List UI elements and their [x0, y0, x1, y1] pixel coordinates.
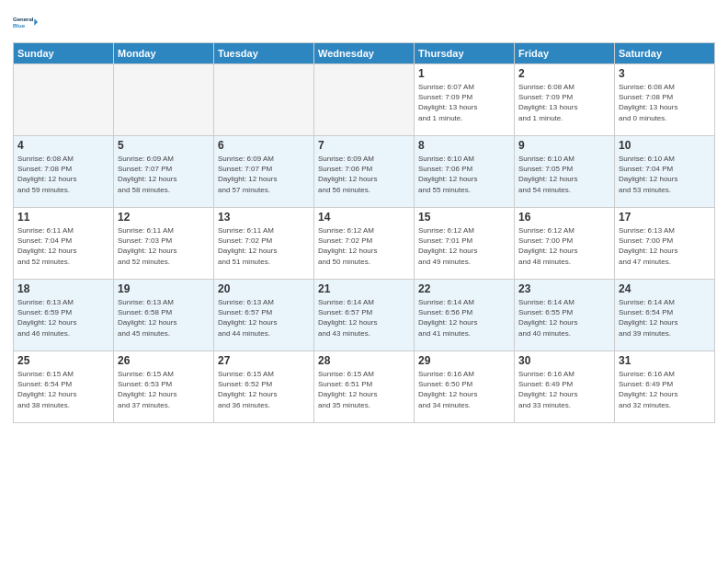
day-number: 17 — [619, 211, 711, 224]
calendar-cell: 23Sunrise: 6:14 AM Sunset: 6:55 PM Dayli… — [515, 280, 615, 351]
page: GeneralBlue SundayMondayTuesdayWednesday… — [0, 0, 728, 563]
calendar-header-saturday: Saturday — [615, 43, 715, 64]
day-info: Sunrise: 6:08 AM Sunset: 7:09 PM Dayligh… — [518, 82, 610, 123]
calendar-cell — [214, 64, 314, 136]
calendar-cell: 15Sunrise: 6:12 AM Sunset: 7:01 PM Dayli… — [415, 208, 515, 280]
calendar-cell: 26Sunrise: 6:15 AM Sunset: 6:53 PM Dayli… — [114, 351, 214, 423]
calendar-cell: 10Sunrise: 6:10 AM Sunset: 7:04 PM Dayli… — [615, 136, 715, 208]
day-number: 23 — [518, 282, 610, 295]
calendar-cell: 29Sunrise: 6:16 AM Sunset: 6:50 PM Dayli… — [415, 351, 515, 423]
day-info: Sunrise: 6:10 AM Sunset: 7:05 PM Dayligh… — [518, 154, 610, 195]
calendar-cell: 16Sunrise: 6:12 AM Sunset: 7:00 PM Dayli… — [515, 208, 615, 280]
calendar-cell: 17Sunrise: 6:13 AM Sunset: 7:00 PM Dayli… — [615, 208, 715, 280]
day-number: 31 — [619, 354, 711, 367]
day-info: Sunrise: 6:15 AM Sunset: 6:54 PM Dayligh… — [17, 369, 109, 410]
calendar-table: SundayMondayTuesdayWednesdayThursdayFrid… — [13, 42, 715, 423]
calendar-cell: 3Sunrise: 6:08 AM Sunset: 7:08 PM Daylig… — [615, 64, 715, 136]
calendar-cell: 20Sunrise: 6:13 AM Sunset: 6:57 PM Dayli… — [214, 280, 314, 351]
calendar-cell: 28Sunrise: 6:15 AM Sunset: 6:51 PM Dayli… — [314, 351, 415, 423]
calendar-header-tuesday: Tuesday — [214, 43, 314, 64]
day-info: Sunrise: 6:11 AM Sunset: 7:02 PM Dayligh… — [218, 225, 310, 267]
calendar-cell: 22Sunrise: 6:14 AM Sunset: 6:56 PM Dayli… — [415, 280, 515, 351]
day-info: Sunrise: 6:13 AM Sunset: 6:59 PM Dayligh… — [17, 297, 109, 339]
day-number: 3 — [619, 67, 711, 80]
day-info: Sunrise: 6:10 AM Sunset: 7:04 PM Dayligh… — [619, 154, 711, 195]
day-number: 28 — [318, 354, 410, 367]
day-info: Sunrise: 6:11 AM Sunset: 7:04 PM Dayligh… — [17, 225, 109, 267]
day-number: 19 — [118, 282, 210, 295]
logo: GeneralBlue — [13, 9, 39, 35]
calendar-cell: 5Sunrise: 6:09 AM Sunset: 7:07 PM Daylig… — [114, 136, 214, 208]
day-info: Sunrise: 6:12 AM Sunset: 7:02 PM Dayligh… — [318, 225, 410, 267]
day-info: Sunrise: 6:09 AM Sunset: 7:07 PM Dayligh… — [118, 154, 210, 195]
day-number: 1 — [418, 67, 510, 80]
calendar-cell: 1Sunrise: 6:07 AM Sunset: 7:09 PM Daylig… — [415, 64, 515, 136]
calendar-header-friday: Friday — [515, 43, 615, 64]
calendar-cell: 9Sunrise: 6:10 AM Sunset: 7:05 PM Daylig… — [515, 136, 615, 208]
day-number: 6 — [218, 139, 310, 152]
calendar-cell: 21Sunrise: 6:14 AM Sunset: 6:57 PM Dayli… — [314, 280, 415, 351]
calendar-header-row: SundayMondayTuesdayWednesdayThursdayFrid… — [14, 43, 715, 64]
day-number: 26 — [118, 354, 210, 367]
day-number: 16 — [518, 211, 610, 224]
calendar-cell: 27Sunrise: 6:15 AM Sunset: 6:52 PM Dayli… — [214, 351, 314, 423]
calendar-cell: 24Sunrise: 6:14 AM Sunset: 6:54 PM Dayli… — [615, 280, 715, 351]
day-info: Sunrise: 6:14 AM Sunset: 6:54 PM Dayligh… — [619, 297, 711, 339]
day-info: Sunrise: 6:12 AM Sunset: 7:00 PM Dayligh… — [518, 225, 610, 267]
calendar-cell: 6Sunrise: 6:09 AM Sunset: 7:07 PM Daylig… — [214, 136, 314, 208]
calendar-cell — [14, 64, 114, 136]
day-info: Sunrise: 6:13 AM Sunset: 7:00 PM Dayligh… — [619, 225, 711, 267]
calendar-header-wednesday: Wednesday — [314, 43, 415, 64]
calendar-cell: 18Sunrise: 6:13 AM Sunset: 6:59 PM Dayli… — [14, 280, 114, 351]
day-number: 10 — [619, 139, 711, 152]
day-info: Sunrise: 6:15 AM Sunset: 6:52 PM Dayligh… — [218, 369, 310, 410]
calendar-cell: 8Sunrise: 6:10 AM Sunset: 7:06 PM Daylig… — [415, 136, 515, 208]
day-info: Sunrise: 6:09 AM Sunset: 7:07 PM Dayligh… — [218, 154, 310, 195]
day-info: Sunrise: 6:15 AM Sunset: 6:53 PM Dayligh… — [118, 369, 210, 410]
day-info: Sunrise: 6:14 AM Sunset: 6:57 PM Dayligh… — [318, 297, 410, 339]
calendar-cell: 2Sunrise: 6:08 AM Sunset: 7:09 PM Daylig… — [515, 64, 615, 136]
calendar-cell: 25Sunrise: 6:15 AM Sunset: 6:54 PM Dayli… — [14, 351, 114, 423]
calendar-cell: 30Sunrise: 6:16 AM Sunset: 6:49 PM Dayli… — [515, 351, 615, 423]
day-info: Sunrise: 6:14 AM Sunset: 6:56 PM Dayligh… — [418, 297, 510, 339]
calendar-cell — [114, 64, 214, 136]
calendar-week-5: 25Sunrise: 6:15 AM Sunset: 6:54 PM Dayli… — [14, 351, 715, 423]
day-number: 15 — [418, 211, 510, 224]
day-info: Sunrise: 6:16 AM Sunset: 6:50 PM Dayligh… — [418, 369, 510, 410]
day-info: Sunrise: 6:16 AM Sunset: 6:49 PM Dayligh… — [518, 369, 610, 410]
day-number: 7 — [318, 139, 410, 152]
day-info: Sunrise: 6:08 AM Sunset: 7:08 PM Dayligh… — [619, 82, 711, 123]
calendar-cell: 14Sunrise: 6:12 AM Sunset: 7:02 PM Dayli… — [314, 208, 415, 280]
calendar-header-sunday: Sunday — [14, 43, 114, 64]
day-number: 12 — [118, 211, 210, 224]
calendar-header-monday: Monday — [114, 43, 214, 64]
calendar-week-2: 4Sunrise: 6:08 AM Sunset: 7:08 PM Daylig… — [14, 136, 715, 208]
calendar-week-4: 18Sunrise: 6:13 AM Sunset: 6:59 PM Dayli… — [14, 280, 715, 351]
day-number: 18 — [17, 282, 109, 295]
svg-text:Blue: Blue — [13, 23, 26, 29]
calendar-header-thursday: Thursday — [415, 43, 515, 64]
day-info: Sunrise: 6:13 AM Sunset: 6:58 PM Dayligh… — [118, 297, 210, 339]
day-number: 24 — [619, 282, 711, 295]
calendar-week-1: 1Sunrise: 6:07 AM Sunset: 7:09 PM Daylig… — [14, 64, 715, 136]
day-number: 14 — [318, 211, 410, 224]
day-info: Sunrise: 6:10 AM Sunset: 7:06 PM Dayligh… — [418, 154, 510, 195]
day-number: 22 — [418, 282, 510, 295]
day-number: 8 — [418, 139, 510, 152]
day-number: 13 — [218, 211, 310, 224]
day-number: 29 — [418, 354, 510, 367]
calendar-cell: 13Sunrise: 6:11 AM Sunset: 7:02 PM Dayli… — [214, 208, 314, 280]
day-number: 30 — [518, 354, 610, 367]
calendar-cell: 11Sunrise: 6:11 AM Sunset: 7:04 PM Dayli… — [14, 208, 114, 280]
calendar-cell: 19Sunrise: 6:13 AM Sunset: 6:58 PM Dayli… — [114, 280, 214, 351]
day-info: Sunrise: 6:15 AM Sunset: 6:51 PM Dayligh… — [318, 369, 410, 410]
calendar-cell: 31Sunrise: 6:16 AM Sunset: 6:49 PM Dayli… — [615, 351, 715, 423]
day-info: Sunrise: 6:16 AM Sunset: 6:49 PM Dayligh… — [619, 369, 711, 410]
day-number: 21 — [318, 282, 410, 295]
calendar-cell: 4Sunrise: 6:08 AM Sunset: 7:08 PM Daylig… — [14, 136, 114, 208]
calendar-week-3: 11Sunrise: 6:11 AM Sunset: 7:04 PM Dayli… — [14, 208, 715, 280]
day-number: 25 — [17, 354, 109, 367]
day-number: 27 — [218, 354, 310, 367]
day-number: 5 — [118, 139, 210, 152]
logo-icon: GeneralBlue — [13, 9, 39, 35]
